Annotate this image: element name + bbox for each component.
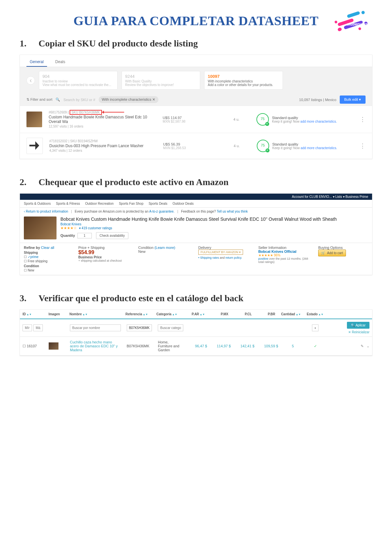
prime-checkbox[interactable]: ☐ ✓prime (24, 255, 74, 259)
id-max-input[interactable] (33, 324, 43, 331)
more-icon[interactable]: ⋮ (360, 142, 366, 149)
summary-card[interactable]: 9244 With Basic Quality Review the objec… (122, 71, 200, 90)
step-3-heading: 3. Verificar que el producto este en el … (20, 293, 372, 304)
bulk-edit-button[interactable]: Bulk edit ▾ (340, 95, 366, 104)
step-2-heading: 2. Chequear que el producto este activo … (20, 177, 372, 187)
account-menu[interactable]: Account for CLUB ENVIO... ▾ Lists ▾ Busi… (292, 195, 368, 199)
feedback-link[interactable]: Tell us what you think (217, 210, 248, 213)
svg-point-4 (361, 10, 365, 15)
svg-point-5 (334, 20, 337, 24)
summary-card[interactable]: 904 Inactive to review View what must be… (39, 71, 118, 90)
ref-filter-input[interactable] (127, 324, 152, 331)
table-header: ID▲▼ Imagen Nombre▲▼ Referencia▲▼ Catego… (20, 310, 372, 319)
tab-deals[interactable]: Deals (52, 58, 69, 66)
learn-more-link[interactable]: (Learn more) (155, 246, 175, 250)
product-name[interactable]: Custom Handmade Bowie Knife Damascus Ste… (49, 115, 156, 124)
product-title: Bobcat Knives Custom Handmade Hunting Kn… (60, 217, 337, 222)
category-nav[interactable]: Sports & OutdoorsSports & FitnessOutdoor… (20, 200, 372, 208)
screenshot-backoffice: ID▲▼ Imagen Nombre▲▼ Referencia▲▼ Catego… (20, 309, 372, 356)
expand-icon[interactable]: ⌄ (367, 344, 369, 348)
seller-link[interactable]: Bobcat Knives Official (258, 250, 314, 253)
product-thumb (49, 342, 58, 350)
svg-rect-3 (347, 11, 360, 18)
summary-card-active[interactable]: 10097 With incomplete characteristics Ad… (204, 71, 283, 90)
search-input[interactable]: Search by SKU or # (63, 98, 95, 102)
product-thumb (26, 138, 43, 154)
guarantee-link[interactable]: A-to-z guarantee. (149, 210, 174, 213)
back-link[interactable]: ‹ Return to product information (24, 210, 68, 213)
product-image (24, 217, 57, 239)
chevron-left-icon[interactable]: ‹ (26, 76, 35, 85)
add-characteristics-link[interactable]: add more characteristics. (301, 120, 337, 123)
cat-filter-input[interactable] (158, 324, 183, 331)
brand-logo: clubenvios (333, 7, 376, 39)
check-icon: ✓ (306, 343, 324, 349)
return-policy-link[interactable]: return policy. (225, 256, 242, 259)
shipping-rates-link[interactable]: Shipping rates (200, 256, 219, 259)
screenshot-amazon: Account for CLUB ENVIO... ▾ Lists ▾ Busi… (20, 193, 372, 275)
step-1-heading: 1. Copiar el SKU del producto desde list… (20, 38, 372, 49)
edit-icon[interactable]: ✎ (361, 344, 364, 348)
page-title: GUIA PARA COMPLETAR DATASHEET (74, 13, 319, 28)
table-row: ☐ 16107 Cuchillo caza hecho mano acero d… (20, 337, 372, 356)
id-min-input[interactable] (23, 324, 32, 331)
clear-all-link[interactable]: Clear all (41, 246, 54, 250)
tab-general[interactable]: General (26, 58, 47, 67)
filter-sort-button[interactable]: ⇅ Filter and sort (26, 97, 52, 102)
listing-row: #718152032 | SKU B0194ISZHW Dusichin Dus… (20, 133, 372, 159)
reset-link[interactable]: ✕ Reinicializar (348, 330, 369, 334)
rating-stars[interactable]: ★★★★☆ ▾ 419 customer ratings (60, 226, 337, 230)
listing-count: 10,097 listings | Mexico (299, 98, 336, 102)
price: $54.99 (78, 250, 134, 255)
row-checkbox[interactable]: ☐ (23, 344, 26, 348)
product-thumb (26, 112, 42, 127)
more-icon[interactable]: ⋮ (360, 116, 366, 123)
sku-highlight: SKU B07K5H36MK (70, 110, 102, 115)
filter-chip[interactable]: With incomplete characteristics ✕ (99, 96, 159, 103)
brand-link[interactable]: Bobcat Knives (60, 222, 337, 226)
listing-row: #681752609 | SKU B07K5H36MK Custom Handm… (20, 106, 372, 133)
new-checkbox[interactable]: ☐ New (24, 269, 74, 272)
arrow-annotation (101, 112, 124, 113)
search-icon: 🔍 (56, 97, 60, 102)
svg-rect-2 (337, 27, 342, 31)
filter-row: ♦ 🔍 Aplicar ✕ Reinicializar (20, 319, 372, 337)
svg-text:clubenvios: clubenvios (347, 22, 368, 26)
screenshot-listing: General Deals ‹ 904 Inactive to review V… (20, 55, 372, 159)
name-filter-input[interactable] (70, 324, 121, 331)
add-to-cart-button[interactable]: Add to cart (318, 250, 346, 256)
status-select[interactable]: ♦ (312, 324, 318, 331)
product-name[interactable]: Dusichin Dus-003 High Pressure Foam Lanc… (49, 144, 156, 148)
free-shipping-checkbox[interactable]: ☐ Free shipping (24, 259, 74, 263)
quantity-input[interactable]: 1 (77, 233, 92, 238)
apply-button[interactable]: 🔍 Aplicar (347, 322, 369, 329)
svg-point-7 (358, 27, 361, 30)
fba-select[interactable]: FULFILLMENT BY AMAZON ▾ (198, 250, 243, 255)
quality-ring: 75 (256, 113, 269, 126)
add-characteristics-link[interactable]: add more characteristics. (301, 146, 337, 150)
quality-ring: 75 (257, 140, 269, 152)
product-link[interactable]: Cuchillo caza hecho mano acero de Damasc… (69, 339, 122, 353)
check-availability-button[interactable]: Check availability (96, 232, 128, 239)
